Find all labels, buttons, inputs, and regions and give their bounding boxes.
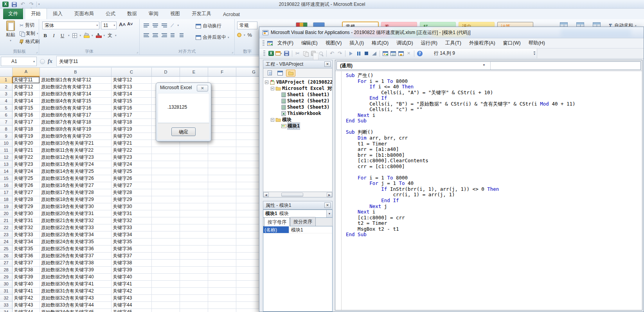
cell[interactable]: 原始数据6含有关键字17 bbox=[40, 112, 112, 119]
cell[interactable]: 原始数据24含有关键字35 bbox=[40, 238, 112, 246]
copy-button[interactable]: 复制▾ bbox=[20, 29, 40, 38]
project-tree-item[interactable]: Sheet1 (Sheet1) bbox=[263, 91, 332, 98]
properties-window-icon[interactable] bbox=[389, 50, 397, 57]
cell[interactable] bbox=[208, 253, 236, 260]
project-explorer-icon[interactable] bbox=[381, 50, 389, 57]
save-icon[interactable] bbox=[11, 1, 18, 7]
cell[interactable] bbox=[152, 231, 180, 238]
underline-button[interactable]: U bbox=[59, 32, 65, 39]
cell[interactable]: 关键字29 bbox=[112, 196, 152, 203]
cell[interactable]: 关键字32 bbox=[112, 217, 152, 224]
cell[interactable] bbox=[180, 238, 208, 246]
close-icon[interactable]: ✕ bbox=[324, 61, 331, 67]
vba-menu-item[interactable]: 文件(F) bbox=[273, 38, 297, 48]
cell[interactable]: 关键字21 bbox=[13, 147, 40, 154]
number-format-combo[interactable]: 常规 bbox=[237, 22, 257, 29]
cell[interactable] bbox=[236, 196, 259, 203]
ribbon-tab-8[interactable]: 开发工具 bbox=[186, 9, 217, 19]
cell[interactable]: 原始数据15含有关键字26 bbox=[40, 175, 112, 182]
tree-expander-icon[interactable]: − bbox=[265, 81, 268, 84]
cell[interactable] bbox=[208, 168, 236, 175]
cell[interactable] bbox=[180, 217, 208, 224]
cell[interactable] bbox=[236, 281, 259, 288]
msgbox-close-icon[interactable]: ✕ bbox=[197, 85, 208, 91]
cell[interactable]: 关键字33 bbox=[13, 231, 40, 238]
row-header[interactable]: 14 bbox=[0, 168, 13, 175]
cell[interactable] bbox=[180, 189, 208, 196]
cell[interactable]: 关键字22 bbox=[112, 147, 152, 154]
cell[interactable]: 关键字36 bbox=[112, 246, 152, 253]
row-header[interactable]: 17 bbox=[0, 189, 13, 196]
ribbon-tab-5[interactable]: 数据 bbox=[121, 9, 143, 19]
cell[interactable]: 关键字29 bbox=[13, 203, 40, 210]
cell[interactable]: 关键字39 bbox=[13, 274, 40, 281]
cell[interactable]: 关键字40 bbox=[112, 274, 152, 281]
cell[interactable] bbox=[208, 267, 236, 274]
cell[interactable]: 关键字19 bbox=[13, 133, 40, 140]
row-header[interactable]: 16 bbox=[0, 182, 13, 189]
cell[interactable] bbox=[236, 267, 259, 274]
properties-object-combo[interactable]: 模块1 模块 ▼ bbox=[263, 210, 333, 218]
property-row[interactable]: (名称)模块1 bbox=[263, 226, 332, 233]
cell[interactable] bbox=[236, 253, 259, 260]
format-painter-button[interactable]: 格式刷 bbox=[20, 38, 40, 46]
row-header[interactable]: 30 bbox=[0, 281, 13, 288]
scroll-thumb[interactable] bbox=[281, 193, 303, 197]
cell[interactable] bbox=[208, 246, 236, 253]
cell[interactable]: 关键字41 bbox=[13, 288, 40, 295]
cell[interactable] bbox=[236, 295, 259, 302]
vba-menu-item[interactable]: 工具(T) bbox=[441, 38, 465, 48]
borders-icon[interactable] bbox=[72, 33, 77, 38]
cell[interactable]: 原始数据30含有关键字41 bbox=[40, 281, 112, 288]
help-icon[interactable]: ? bbox=[416, 50, 423, 57]
cell[interactable] bbox=[180, 210, 208, 217]
shrink-font-button[interactable]: A˅ bbox=[127, 22, 133, 27]
cell[interactable] bbox=[236, 260, 259, 267]
cell[interactable] bbox=[208, 161, 236, 168]
cell[interactable] bbox=[152, 281, 180, 288]
cell[interactable]: 关键字27 bbox=[112, 182, 152, 189]
cell[interactable]: 关键字16 bbox=[112, 105, 152, 112]
row-header[interactable]: 33 bbox=[0, 302, 13, 309]
vba-menu-item[interactable]: 编辑(E) bbox=[297, 38, 322, 48]
cell[interactable]: 关键字30 bbox=[112, 203, 152, 210]
row-header[interactable]: 12 bbox=[0, 154, 13, 161]
row-header[interactable]: 27 bbox=[0, 260, 13, 267]
ribbon-tab-1[interactable]: 开始 bbox=[25, 8, 47, 19]
cell[interactable]: 关键字20 bbox=[112, 133, 152, 140]
cell[interactable]: 原始数据10含有关键字21 bbox=[40, 140, 112, 147]
cell[interactable] bbox=[152, 217, 180, 224]
undo-icon[interactable]: ↶▾ bbox=[19, 1, 26, 7]
cell[interactable] bbox=[208, 182, 236, 189]
project-tree-hscrollbar[interactable]: ◀ ▶ bbox=[263, 192, 333, 197]
cell[interactable]: 原始数据12含有关键字23 bbox=[40, 154, 112, 161]
vba-menu-item[interactable]: 插入(I) bbox=[345, 38, 368, 48]
code-area[interactable]: Sub 产生() For i = 1 To 8000 If i <= 40 Th… bbox=[335, 71, 642, 310]
cell[interactable] bbox=[236, 288, 259, 295]
cell[interactable] bbox=[152, 203, 180, 210]
cell[interactable]: 关键字12 bbox=[112, 77, 152, 84]
cell[interactable] bbox=[152, 302, 180, 309]
cell[interactable]: 原始数据31含有关键字42 bbox=[40, 288, 112, 295]
cell[interactable]: 原始数据2含有关键字13 bbox=[40, 84, 112, 91]
cell[interactable] bbox=[152, 246, 180, 253]
cell[interactable]: 关键字11 bbox=[13, 77, 40, 84]
align-center-icon[interactable] bbox=[153, 33, 158, 37]
cell[interactable] bbox=[180, 231, 208, 238]
cell[interactable]: 关键字26 bbox=[13, 182, 40, 189]
cell[interactable]: 关键字41 bbox=[112, 281, 152, 288]
cell[interactable] bbox=[236, 133, 259, 140]
cell[interactable] bbox=[152, 224, 180, 231]
vba-menu-item[interactable]: 运行(R) bbox=[417, 38, 441, 48]
ribbon-tab-file[interactable]: 文件 bbox=[3, 9, 23, 19]
row-header[interactable]: 26 bbox=[0, 253, 13, 260]
cell[interactable] bbox=[208, 295, 236, 302]
cell[interactable]: 关键字23 bbox=[13, 161, 40, 168]
cell[interactable]: 原始数据3含有关键字14 bbox=[40, 91, 112, 98]
row-header[interactable]: 10 bbox=[0, 140, 13, 147]
cell[interactable] bbox=[208, 217, 236, 224]
project-tree-item[interactable]: −Microsoft Excel 对象 bbox=[263, 85, 332, 91]
cell[interactable]: 关键字19 bbox=[112, 126, 152, 133]
row-header[interactable]: 22 bbox=[0, 224, 13, 231]
cell[interactable]: 原始数据8含有关键字19 bbox=[40, 126, 112, 133]
